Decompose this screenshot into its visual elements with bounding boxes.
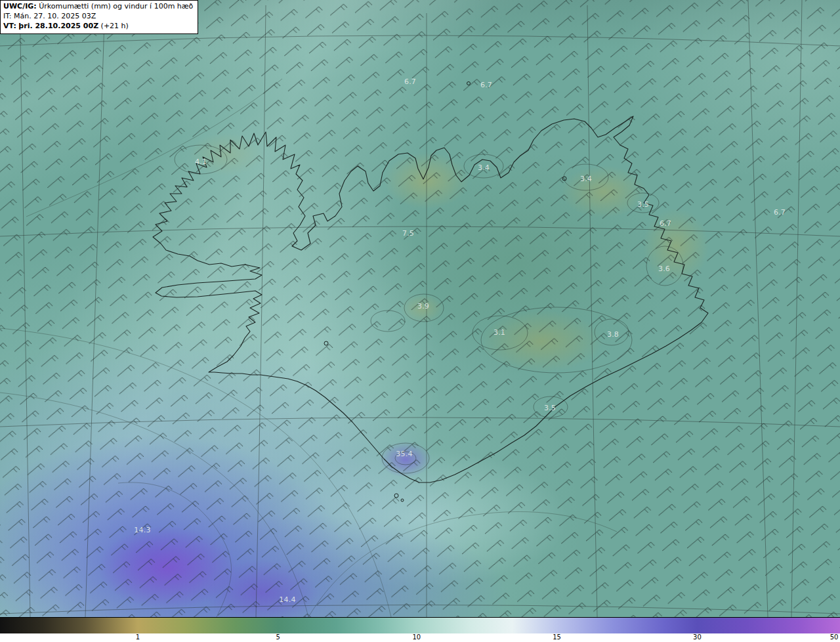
map-overlay xyxy=(0,0,840,617)
title-box: UWC/IG: Úrkomumætti (mm) og vindur í 100… xyxy=(0,0,198,34)
colorbar-tick-label: 50 xyxy=(830,633,839,641)
colorbar-tick-label: 10 xyxy=(413,633,421,641)
colorbar-ticks: 1510153050 xyxy=(0,633,840,642)
lead-time-value: (+21 h) xyxy=(101,22,129,30)
valid-time-value: þri. 28.10.2025 00Z xyxy=(18,22,98,30)
colorbar-tick-label: 30 xyxy=(693,633,702,641)
colorbar-tick-label: 5 xyxy=(276,633,280,641)
title-line-3: VT: þri. 28.10.2025 00Z (+21 h) xyxy=(3,22,193,32)
weather-map-app: 6.76.74.13.43.43.56.76.77.53.63.93.13.83… xyxy=(0,0,840,642)
title-line-2: IT: Mán. 27. 10. 2025 03Z xyxy=(3,12,193,22)
valid-time-label: VT: xyxy=(3,22,16,30)
wind-barbs-layer xyxy=(0,0,840,617)
colorbar-gradient xyxy=(0,618,840,633)
colorbar-tick-label: 1 xyxy=(136,633,140,641)
init-time-value: Mán. 27. 10. 2025 03Z xyxy=(14,12,96,20)
product-id-label: UWC/IG: xyxy=(3,2,37,11)
colorbar: 1510153050 xyxy=(0,617,840,642)
colorbar-tick-label: 15 xyxy=(553,633,561,641)
init-time-label: IT: xyxy=(3,12,11,20)
product-title: Úrkomumætti (mm) og vindur í 100m hæð xyxy=(39,2,193,11)
title-line-1: UWC/IG: Úrkomumætti (mm) og vindur í 100… xyxy=(3,2,193,12)
